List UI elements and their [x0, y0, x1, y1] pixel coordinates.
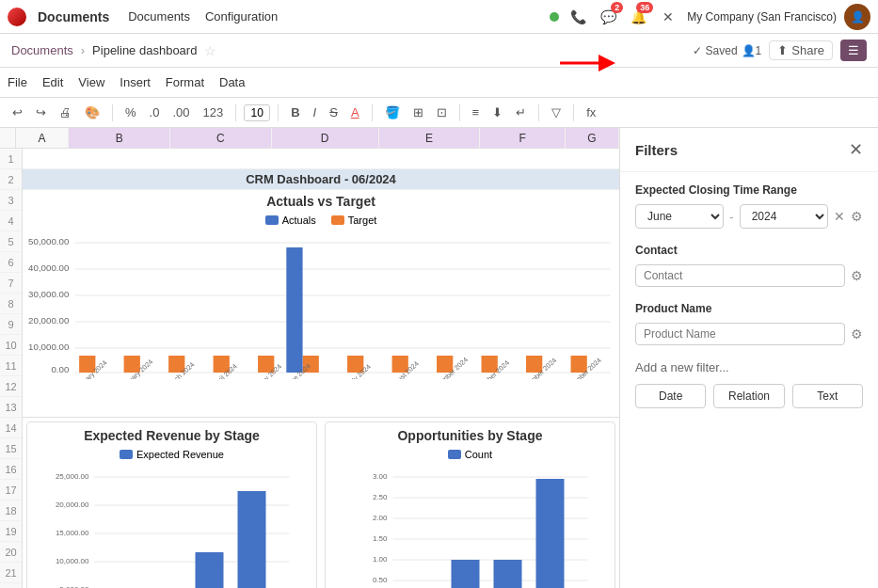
actuals-vs-target-title: Actuals vs Target — [26, 194, 615, 209]
actuals-vs-target-legend: Actuals Target — [26, 215, 615, 226]
row-number-17: 17 — [0, 480, 22, 501]
breadcrumb-current: Pipeline dashboard — [92, 43, 197, 57]
num123-button[interactable]: 123 — [198, 103, 228, 122]
nav-configuration[interactable]: Configuration — [205, 9, 278, 24]
borders-button[interactable]: ⊞ — [408, 103, 428, 122]
filter-closing-time-range: Expected Closing Time Range June - 2024 … — [635, 183, 863, 229]
nav-documents[interactable]: Documents — [128, 9, 190, 24]
row-number-22: 22 — [0, 583, 22, 588]
phone-icon[interactable]: 📞 — [567, 6, 589, 28]
redo-button[interactable]: ↪ — [31, 103, 51, 122]
svg-text:50,000.00: 50,000.00 — [28, 237, 69, 246]
menu-view[interactable]: View — [78, 75, 104, 89]
user-avatar[interactable]: 👤 — [844, 4, 870, 30]
svg-text:3.00: 3.00 — [373, 472, 388, 481]
font-color-button[interactable]: A — [346, 103, 364, 122]
strikethrough-button[interactable]: S — [325, 103, 343, 122]
font-size-input[interactable] — [244, 104, 270, 121]
italic-button[interactable]: I — [309, 103, 322, 122]
svg-rect-73 — [494, 560, 522, 588]
actuals-vs-target-chart: 50,000.00 40,000.00 30,000.00 20,000.00 … — [26, 233, 615, 379]
filters-header: Filters ✕ — [620, 128, 878, 172]
opps-legend-color — [448, 450, 461, 459]
activity-icon[interactable]: 🔔36 — [627, 6, 649, 28]
menu-edit[interactable]: Edit — [42, 75, 63, 89]
valign-button[interactable]: ⬇ — [487, 103, 507, 122]
toolbar: ↩ ↪ 🖨 🎨 % .0 .00 123 B I S A 🪣 ⊞ ⊡ ≡ ⬇ ↵… — [0, 98, 878, 128]
status-icons: 📞 💬2 🔔36 ✕ My Company (San Francisco) 👤 — [550, 4, 870, 30]
percent-button[interactable]: % — [120, 103, 141, 122]
menu-insert[interactable]: Insert — [120, 75, 151, 89]
messages-icon[interactable]: 💬2 — [597, 6, 619, 28]
opps-chart-title: Opportunities by Stage — [331, 428, 609, 443]
row-number-13: 13 — [0, 397, 22, 418]
col-header-c[interactable]: C — [170, 128, 272, 149]
target-color — [331, 215, 344, 225]
col-header-f[interactable]: F — [480, 128, 566, 149]
formula-button[interactable]: fx — [582, 103, 600, 122]
row-number-19: 19 — [0, 521, 22, 542]
menu-data[interactable]: Data — [219, 75, 245, 89]
filter-product-label: Product Name — [635, 302, 863, 315]
contact-filter-input[interactable] — [635, 264, 845, 287]
revenue-by-stage-chart: Expected Revenue by Stage Expected Reven… — [26, 421, 317, 588]
filter-button[interactable]: ▽ — [547, 103, 566, 122]
spreadsheet: A B C D E F G 12345678910111213141516171… — [0, 128, 619, 588]
filter-product-row: ⚙ — [635, 323, 863, 345]
row-number-20: 20 — [0, 542, 22, 563]
app-name: Documents — [38, 9, 109, 24]
breadcrumb-parent[interactable]: Documents — [11, 43, 73, 57]
close-icon[interactable]: ✕ — [657, 6, 679, 28]
share-button[interactable]: ⬆ Share — [769, 40, 833, 60]
filter-date-row: June - 2024 ✕ ⚙ — [635, 204, 863, 229]
contact-filter-settings-button[interactable]: ⚙ — [851, 268, 863, 283]
svg-text:25,000.00: 25,000.00 — [56, 472, 89, 481]
product-filter-settings-button[interactable]: ⚙ — [851, 326, 863, 342]
date-filter-settings-button[interactable]: ⚙ — [851, 209, 863, 224]
col-header-a[interactable]: A — [16, 128, 70, 149]
month-select[interactable]: June — [635, 204, 724, 229]
company-name: My Company (San Francisco) — [687, 10, 837, 24]
row-number-1: 1 — [0, 149, 22, 169]
undo-button[interactable]: ↩ — [8, 103, 27, 122]
text-filter-type-button[interactable]: Text — [792, 384, 863, 408]
date-filter-type-button[interactable]: Date — [635, 384, 706, 408]
filters-close-button[interactable]: ✕ — [849, 139, 863, 160]
chart-viewport: CRM Dashboard - 06/2024 Actuals vs Targe… — [23, 149, 619, 588]
print-button[interactable]: 🖨 — [55, 103, 76, 122]
svg-rect-51 — [196, 552, 224, 588]
relation-filter-type-button[interactable]: Relation — [713, 384, 784, 408]
row-number-10: 10 — [0, 335, 22, 356]
menu-format[interactable]: Format — [166, 75, 204, 89]
filter-toggle-button[interactable]: ☰ — [840, 40, 867, 61]
clear-date-filter-button[interactable]: ✕ — [834, 209, 845, 224]
top-navigation: Documents Documents Configuration 📞 💬2 🔔… — [0, 0, 878, 34]
product-filter-input[interactable] — [635, 323, 845, 345]
breadcrumb-bar: Documents › Pipeline dashboard ☆ ✓ Saved… — [0, 34, 878, 68]
col-header-b[interactable]: B — [69, 128, 170, 149]
bold-button[interactable]: B — [286, 103, 304, 122]
svg-text:1.00: 1.00 — [373, 555, 388, 564]
favorite-icon[interactable]: ☆ — [204, 43, 216, 58]
dot0-button[interactable]: .0 — [145, 103, 165, 122]
col-header-g[interactable]: G — [566, 128, 619, 149]
wrap-button[interactable]: ↵ — [511, 103, 531, 122]
filters-title: Filters — [635, 142, 678, 158]
align-button[interactable]: ≡ — [468, 103, 485, 122]
dot00-button[interactable]: .00 — [168, 103, 194, 122]
paint-button[interactable]: 🎨 — [80, 103, 104, 122]
merge-button[interactable]: ⊡ — [432, 103, 452, 122]
svg-text:0.00: 0.00 — [51, 365, 69, 374]
opps-legend: Count — [331, 449, 609, 460]
app-logo — [8, 8, 26, 26]
year-select[interactable]: 2024 — [740, 204, 828, 229]
fill-color-button[interactable]: 🪣 — [380, 103, 405, 122]
col-header-e[interactable]: E — [379, 128, 481, 149]
saved-badge: ✓ Saved 👤1 — [693, 44, 761, 57]
actuals-color — [265, 215, 279, 225]
actuals-vs-target-section: Actuals vs Target Actuals Target — [23, 190, 619, 418]
col-header-d[interactable]: D — [272, 128, 379, 149]
add-filter-label: Add a new filter... — [635, 360, 863, 374]
bottom-charts-row: Expected Revenue by Stage Expected Reven… — [23, 418, 619, 588]
menu-file[interactable]: File — [8, 75, 27, 89]
